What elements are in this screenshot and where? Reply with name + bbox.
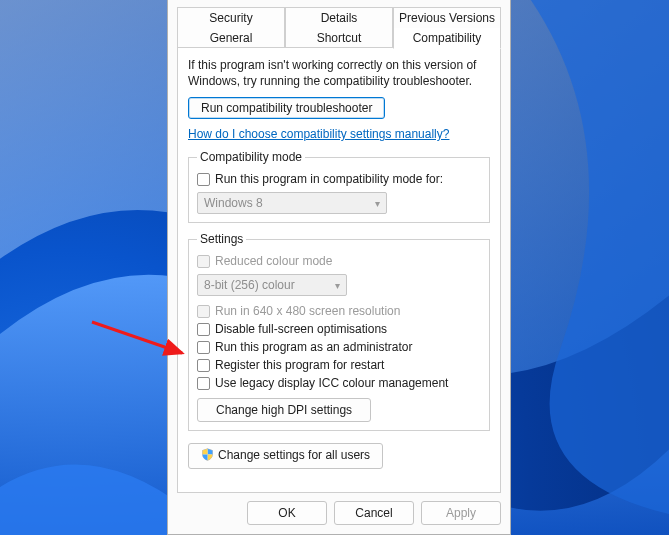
run-troubleshooter-button[interactable]: Run compatibility troubleshooter (188, 97, 385, 119)
change-all-users-label: Change settings for all users (218, 448, 370, 462)
apply-button: Apply (421, 501, 501, 525)
reduced-colour-label: Reduced colour mode (215, 254, 332, 268)
chevron-down-icon: ▾ (335, 280, 340, 291)
compat-mode-label: Run this program in compatibility mode f… (215, 172, 443, 186)
manual-settings-link[interactable]: How do I choose compatibility settings m… (188, 127, 449, 141)
run-640x480-checkbox (197, 305, 210, 318)
legacy-icc-checkbox[interactable] (197, 377, 210, 390)
tab-general[interactable]: General (177, 28, 285, 49)
colour-depth-selected: 8-bit (256) colour (204, 278, 295, 292)
dialog-footer: OK Cancel Apply (247, 501, 501, 525)
intro-text: If this program isn't working correctly … (188, 58, 490, 89)
disable-fullscreen-checkbox[interactable] (197, 323, 210, 336)
compat-mode-selected: Windows 8 (204, 196, 263, 210)
compat-mode-checkbox[interactable] (197, 173, 210, 186)
shield-icon (201, 448, 214, 464)
tab-shortcut[interactable]: Shortcut (285, 28, 393, 49)
cancel-button[interactable]: Cancel (334, 501, 414, 525)
register-restart-checkbox[interactable] (197, 359, 210, 372)
settings-group: Settings Reduced colour mode 8-bit (256)… (188, 232, 490, 431)
compat-mode-select: Windows 8 ▾ (197, 192, 387, 214)
compatibility-tabpage: If this program isn't working correctly … (177, 47, 501, 493)
tab-strip: Security Details Previous Versions Gener… (177, 7, 501, 48)
register-restart-label: Register this program for restart (215, 358, 384, 372)
change-dpi-button[interactable]: Change high DPI settings (197, 398, 371, 422)
compatibility-mode-group: Compatibility mode Run this program in c… (188, 150, 490, 223)
run-as-admin-label: Run this program as an administrator (215, 340, 412, 354)
properties-dialog: Security Details Previous Versions Gener… (167, 0, 511, 535)
disable-fullscreen-label: Disable full-screen optimisations (215, 322, 387, 336)
chevron-down-icon: ▾ (375, 198, 380, 209)
tab-previous-versions[interactable]: Previous Versions (393, 7, 501, 29)
settings-legend: Settings (197, 232, 246, 246)
ok-button[interactable]: OK (247, 501, 327, 525)
compatibility-mode-legend: Compatibility mode (197, 150, 305, 164)
legacy-icc-label: Use legacy display ICC colour management (215, 376, 448, 390)
colour-depth-select: 8-bit (256) colour ▾ (197, 274, 347, 296)
tab-compatibility[interactable]: Compatibility (393, 28, 501, 49)
change-all-users-button[interactable]: Change settings for all users (188, 443, 383, 469)
run-as-admin-checkbox[interactable] (197, 341, 210, 354)
tab-details[interactable]: Details (285, 7, 393, 29)
reduced-colour-checkbox (197, 255, 210, 268)
tab-security[interactable]: Security (177, 7, 285, 29)
run-640x480-label: Run in 640 x 480 screen resolution (215, 304, 400, 318)
